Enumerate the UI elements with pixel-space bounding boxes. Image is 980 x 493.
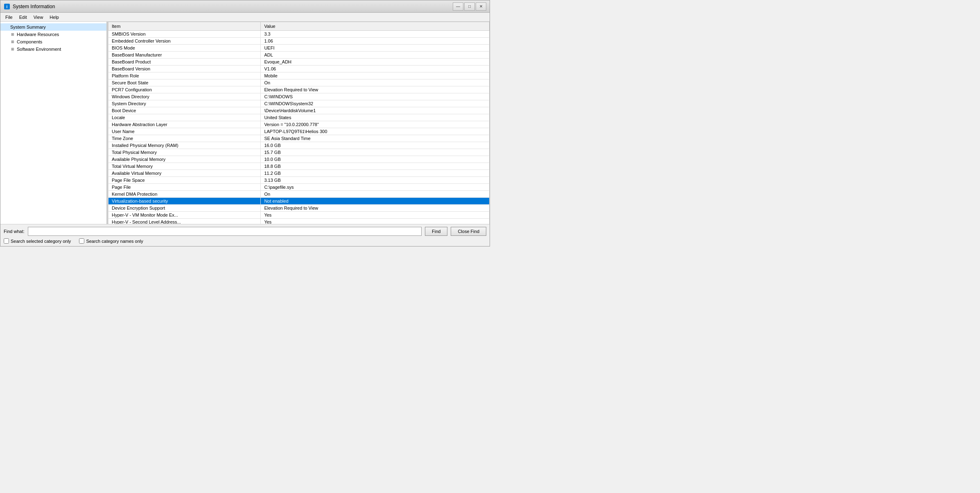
close-button[interactable]: ✕ <box>476 2 486 11</box>
table-cell-item: System Directory <box>108 100 261 107</box>
table-row[interactable]: Virtualization-based securityNot enabled <box>108 198 490 205</box>
header-item: Item <box>108 22 261 31</box>
table-cell-value: UEFI <box>261 45 490 52</box>
table-cell-item: Windows Directory <box>108 93 261 100</box>
table-cell-item: Available Virtual Memory <box>108 170 261 177</box>
find-row: Find what: Find Close Find <box>4 227 486 236</box>
table-cell-value: 1.06 <box>261 38 490 45</box>
menu-item-view[interactable]: View <box>30 14 47 20</box>
table-row[interactable]: Platform RoleMobile <box>108 72 490 79</box>
table-cell-item: Hyper-V - VM Monitor Mode Ex... <box>108 212 261 219</box>
table-cell-value: 18.8 GB <box>261 163 490 170</box>
table-cell-item: BaseBoard Manufacturer <box>108 52 261 59</box>
table-cell-value: 16.0 GB <box>261 142 490 149</box>
table-cell-item: Secure Boot State <box>108 79 261 86</box>
table-cell-item: BIOS Mode <box>108 45 261 52</box>
table-cell-item: User Name <box>108 128 261 135</box>
search-category-label[interactable]: Search category names only <box>79 238 143 244</box>
title-bar: i System Information — □ ✕ <box>0 0 490 13</box>
table-cell-item: Virtualization-based security <box>108 198 261 205</box>
table-row[interactable]: Hyper-V - Second Level Address...Yes <box>108 219 490 224</box>
table-cell-item: BaseBoard Version <box>108 66 261 72</box>
table-row[interactable]: Hardware Abstraction LayerVersion = "10.… <box>108 121 490 128</box>
data-table: Item Value SMBIOS Version3.3Embedded Con… <box>108 22 490 224</box>
menu-item-help[interactable]: Help <box>46 14 62 20</box>
find-button[interactable]: Find <box>425 227 447 236</box>
table-row[interactable]: Secure Boot StateOn <box>108 79 490 86</box>
table-row[interactable]: Kernel DMA ProtectionOn <box>108 191 490 198</box>
find-input[interactable] <box>28 227 422 236</box>
sidebar-item-system-summary[interactable]: System Summary <box>0 23 106 31</box>
menu-item-file[interactable]: File <box>2 14 16 20</box>
table-row[interactable]: Hyper-V - VM Monitor Mode Ex...Yes <box>108 212 490 219</box>
table-cell-item: Page File Space <box>108 177 261 184</box>
table-row[interactable]: PCR7 ConfigurationElevation Required to … <box>108 86 490 93</box>
table-cell-value: 15.7 GB <box>261 149 490 156</box>
sidebar-label: Hardware Resources <box>17 32 59 37</box>
table-row[interactable]: Available Physical Memory10.0 GB <box>108 156 490 163</box>
table-row[interactable]: LocaleUnited States <box>108 114 490 121</box>
table-row[interactable]: User NameLAPTOP-L97Q9T61\Helios 300 <box>108 128 490 135</box>
close-find-button[interactable]: Close Find <box>451 227 486 236</box>
table-row[interactable]: Boot Device\Device\HarddiskVolume1 <box>108 107 490 114</box>
bottom-bar: Find what: Find Close Find Search select… <box>0 224 490 246</box>
sidebar-item-components[interactable]: ⊞Components <box>0 38 106 45</box>
menu-item-edit[interactable]: Edit <box>16 14 30 20</box>
minimize-button[interactable]: — <box>453 2 463 11</box>
expander-icon: ⊞ <box>10 32 15 37</box>
table-cell-value: Not enabled <box>261 198 490 205</box>
table-row[interactable]: Time ZoneSE Asia Standard Time <box>108 135 490 142</box>
sidebar: System Summary⊞Hardware Resources⊞Compon… <box>0 22 107 224</box>
table-cell-value: 11.2 GB <box>261 170 490 177</box>
table-cell-value: Elevation Required to View <box>261 86 490 93</box>
table-cell-item: PCR7 Configuration <box>108 86 261 93</box>
maximize-button[interactable]: □ <box>464 2 475 11</box>
window-title: System Information <box>13 4 453 9</box>
table-row[interactable]: Embedded Controller Version1.06 <box>108 38 490 45</box>
table-row[interactable]: Available Virtual Memory11.2 GB <box>108 170 490 177</box>
table-row[interactable]: Device Encryption SupportElevation Requi… <box>108 205 490 212</box>
sidebar-item-software-environment[interactable]: ⊞Software Environment <box>0 45 106 53</box>
table-cell-value: Mobile <box>261 72 490 79</box>
table-cell-value: United States <box>261 114 490 121</box>
table-row[interactable]: BIOS ModeUEFI <box>108 45 490 52</box>
header-value: Value <box>261 22 490 31</box>
table-row[interactable]: Windows DirectoryC:\WINDOWS <box>108 93 490 100</box>
search-selected-label[interactable]: Search selected category only <box>4 238 71 244</box>
table-cell-value: On <box>261 191 490 198</box>
search-selected-checkbox[interactable] <box>4 238 9 244</box>
table-row[interactable]: Installed Physical Memory (RAM)16.0 GB <box>108 142 490 149</box>
sidebar-label: Components <box>17 39 42 44</box>
content-area: System Summary⊞Hardware Resources⊞Compon… <box>0 22 490 224</box>
search-category-checkbox[interactable] <box>79 238 84 244</box>
table-cell-item: Kernel DMA Protection <box>108 191 261 198</box>
table-row[interactable]: BaseBoard ProductEvoque_ADH <box>108 59 490 66</box>
table-cell-item: Total Virtual Memory <box>108 163 261 170</box>
table-cell-item: Boot Device <box>108 107 261 114</box>
table-row[interactable]: System DirectoryC:\WINDOWS\system32 <box>108 100 490 107</box>
table-row[interactable]: BaseBoard VersionV1.06 <box>108 66 490 72</box>
menu-bar: FileEditViewHelp <box>0 13 490 22</box>
table-cell-value: SE Asia Standard Time <box>261 135 490 142</box>
search-selected-text: Search selected category only <box>11 239 71 244</box>
table-cell-item: Total Physical Memory <box>108 149 261 156</box>
table-cell-item: Available Physical Memory <box>108 156 261 163</box>
table-cell-item: Locale <box>108 114 261 121</box>
table-row[interactable]: Total Physical Memory15.7 GB <box>108 149 490 156</box>
find-label: Find what: <box>4 229 25 234</box>
table-row[interactable]: Page FileC:\pagefile.sys <box>108 184 490 191</box>
table-cell-value: 10.0 GB <box>261 156 490 163</box>
table-cell-value: Evoque_ADH <box>261 59 490 66</box>
expander-icon: ⊞ <box>10 47 15 52</box>
table-row[interactable]: Page File Space3.13 GB <box>108 177 490 184</box>
table-cell-value: Yes <box>261 219 490 224</box>
table-row[interactable]: Total Virtual Memory18.8 GB <box>108 163 490 170</box>
table-row[interactable]: BaseBoard ManufacturerADL <box>108 52 490 59</box>
table-cell-value: V1.06 <box>261 66 490 72</box>
table-row[interactable]: SMBIOS Version3.3 <box>108 31 490 38</box>
sidebar-item-hardware-resources[interactable]: ⊞Hardware Resources <box>0 31 106 38</box>
table-cell-value: C:\WINDOWS <box>261 93 490 100</box>
data-table-container[interactable]: Item Value SMBIOS Version3.3Embedded Con… <box>108 22 490 224</box>
table-cell-value: ADL <box>261 52 490 59</box>
table-cell-item: Embedded Controller Version <box>108 38 261 45</box>
